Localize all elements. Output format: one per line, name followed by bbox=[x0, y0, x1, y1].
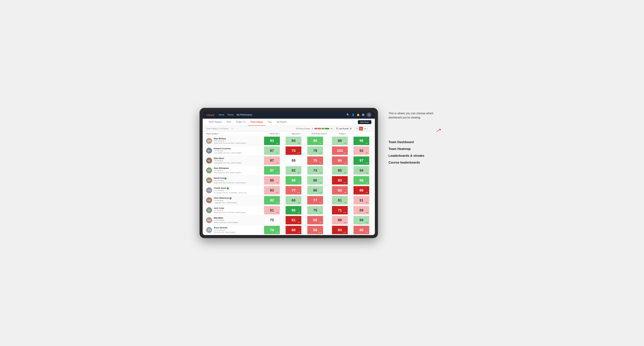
score-cell: 813▼ bbox=[264, 205, 286, 215]
score-cell: 8310▼ bbox=[332, 175, 353, 185]
player-td[interactable]: DFDavid Ford✓Plus HandicapRoyal North De… bbox=[203, 175, 264, 185]
score-box: 923▼ bbox=[354, 147, 369, 155]
player-td[interactable]: CRChris Robertson✓1-5 HandicapCraigmilla… bbox=[203, 195, 264, 205]
score-delta: 3▼ bbox=[366, 152, 368, 154]
score-delta: 2▲ bbox=[298, 202, 300, 203]
tab-pgat-players[interactable]: PGAT Players bbox=[206, 119, 224, 126]
score-box: 882▼ bbox=[332, 216, 348, 224]
score-delta: 4▲ bbox=[298, 172, 300, 173]
score-value: 95 bbox=[360, 139, 363, 143]
score-cell: 584▼ bbox=[307, 215, 332, 225]
score-cell: 7714▼ bbox=[285, 185, 307, 195]
player-td[interactable]: DBDave Billingham1-5 HandicapGog Magog G… bbox=[203, 166, 264, 175]
score-box: 873▼ bbox=[264, 156, 280, 165]
player-handicap: 1-5 Handicap bbox=[214, 209, 246, 212]
settings-icon[interactable]: ⚙️ bbox=[362, 113, 365, 116]
col-approach[interactable]: Approach ▾ bbox=[285, 132, 307, 136]
score-box: 7311▼ bbox=[286, 147, 301, 155]
table-row: CQCharlie Quick✓6-10 HandicapSt. George'… bbox=[203, 185, 375, 195]
score-box: 7714▼ bbox=[286, 186, 301, 194]
player-avatar: DB bbox=[206, 168, 212, 173]
bell-icon[interactable]: 🔔 bbox=[357, 113, 360, 116]
score-delta: 9▲ bbox=[320, 152, 322, 154]
score-cell: 814▲ bbox=[332, 195, 353, 205]
score-cell: 75 bbox=[264, 215, 286, 225]
player-handicap: 6-10 Handicap bbox=[214, 219, 238, 221]
score-delta: 8▲ bbox=[298, 212, 300, 213]
col-around-green[interactable]: Around the Green ▾ bbox=[307, 132, 332, 136]
tab-hcaps[interactable]: Hcaps 1-5 bbox=[234, 119, 248, 126]
edit-icon[interactable]: ✎ bbox=[231, 128, 233, 130]
player-td[interactable]: MMMatt Miller6-10 HandicapWoburn Golf Cl… bbox=[203, 215, 264, 225]
player-avatar: JC bbox=[206, 207, 212, 213]
score-value: 81 bbox=[270, 208, 274, 212]
user-icon[interactable]: 👤 bbox=[352, 113, 354, 116]
score-value: 83 bbox=[270, 188, 274, 192]
score-value: 85 bbox=[313, 139, 317, 143]
player-td[interactable]: JCJosh Coles1-5 HandicapRoyal North Devo… bbox=[203, 205, 264, 215]
score-box: 88 bbox=[286, 156, 301, 165]
col-player-quality[interactable]: Player Quality ▾ bbox=[203, 132, 264, 136]
score-box: 613▼ bbox=[286, 216, 301, 224]
player-club: Craigmillar Park, United Kingdom bbox=[214, 202, 237, 204]
score-delta: 3▲ bbox=[366, 222, 368, 223]
player-name: David Ford✓ bbox=[214, 177, 246, 179]
nav-link-myperformance[interactable]: My Performance bbox=[237, 114, 252, 116]
score-delta: 4▼ bbox=[366, 231, 368, 233]
round-change-section: 20 Round Change -5 +5 📅 Last Rounds: 20 bbox=[296, 127, 371, 131]
score-delta: 10▼ bbox=[343, 182, 346, 183]
score-cell: 8421▼ bbox=[332, 225, 353, 235]
view-download-button[interactable]: ↓ bbox=[368, 127, 371, 131]
player-name: Josh Coles bbox=[214, 207, 246, 209]
score-box: 853▼ bbox=[264, 176, 280, 184]
view-heatmap-button[interactable]: ■ bbox=[359, 127, 363, 131]
score-value: 94 bbox=[360, 218, 363, 222]
score-box: 913▼ bbox=[354, 196, 369, 204]
player-td[interactable]: ANAaron Nicholls11-15 HandicapDrift Golf… bbox=[203, 225, 264, 235]
score-cell: 7311▼ bbox=[285, 146, 307, 156]
score-delta: 3▼ bbox=[276, 162, 278, 164]
score-cell: 5810▲ bbox=[307, 225, 332, 235]
score-delta: 2▼ bbox=[366, 212, 368, 213]
tab-all-players[interactable]: All Players bbox=[274, 119, 289, 126]
nav-link-home[interactable]: Home bbox=[218, 114, 224, 116]
add-team-button[interactable]: Add Team bbox=[358, 120, 371, 124]
score-delta: 3▼ bbox=[276, 182, 278, 183]
player-handicap: 1-5 Handicap bbox=[214, 199, 237, 202]
score-box: 868▼ bbox=[354, 186, 369, 194]
player-avatar: BM bbox=[206, 138, 212, 144]
score-delta: 5▲ bbox=[366, 162, 368, 164]
score-cell: 836▼ bbox=[332, 185, 353, 195]
last-rounds-button[interactable]: 📅 Last Rounds: 20 bbox=[334, 127, 354, 130]
nav-link-teams[interactable]: Teams bbox=[227, 114, 234, 116]
score-box: 75 bbox=[264, 216, 280, 224]
player-td[interactable]: BMBlair McHargPlus HandicapRoyal North D… bbox=[203, 136, 264, 146]
score-box: 803▲ bbox=[307, 176, 323, 184]
player-name: Chris Robertson✓ bbox=[214, 197, 237, 199]
tab-team-clippd[interactable]: Team Clippd bbox=[248, 119, 265, 126]
player-td[interactable]: CQCharlie Quick✓6-10 HandicapSt. George'… bbox=[203, 185, 264, 195]
avatar[interactable]: U bbox=[367, 113, 371, 117]
tab-tour[interactable]: Tour bbox=[265, 119, 274, 126]
col-putting[interactable]: Putting ▾ bbox=[332, 132, 353, 136]
score-cell: 773▼ bbox=[307, 195, 332, 205]
score-cell: 799▲ bbox=[307, 146, 332, 156]
player-td[interactable]: ECEdward Crossman1-5 HandicapSunningdale… bbox=[203, 146, 264, 156]
player-avatar: EE bbox=[206, 158, 212, 164]
score-delta: 4▼ bbox=[320, 222, 322, 223]
view-grid-button[interactable]: ☰ bbox=[355, 127, 359, 131]
player-club: Sunningdale Golf Club, United Kingdom bbox=[214, 152, 242, 154]
score-value: 60 bbox=[292, 228, 296, 232]
player-td[interactable]: EEElliot Ebert1-5 HandicapSunningdale Go… bbox=[203, 156, 264, 165]
tab-pga[interactable]: PGA bbox=[224, 119, 234, 126]
score-delta: 8▲ bbox=[320, 142, 322, 144]
search-icon[interactable]: 🔍 bbox=[346, 113, 350, 116]
score-box: 858▲ bbox=[307, 137, 323, 145]
score-cell: 88 bbox=[285, 156, 307, 165]
player-avatar: MM bbox=[206, 217, 212, 223]
view-list-button[interactable]: ☻ bbox=[363, 127, 367, 131]
col-off-tee[interactable]: Off the Tee ▾ bbox=[264, 132, 286, 136]
score-value: 74 bbox=[313, 169, 317, 173]
score-cell: 753▼ bbox=[307, 156, 332, 165]
score-delta: 3▼ bbox=[320, 162, 322, 164]
